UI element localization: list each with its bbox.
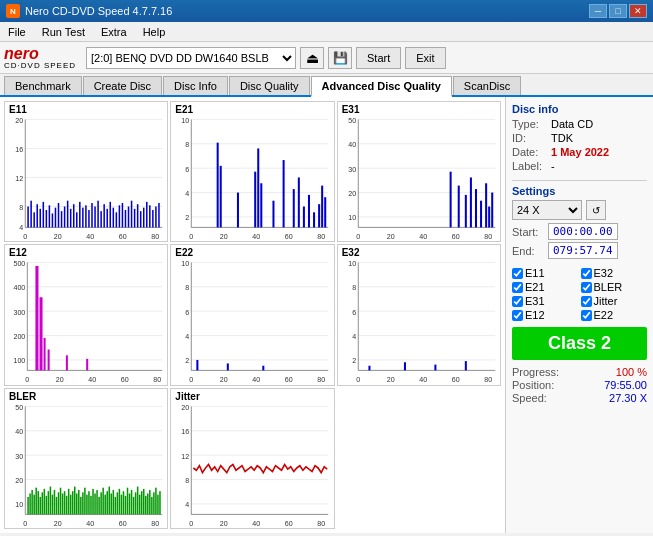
svg-rect-25 [52, 213, 54, 227]
svg-text:40: 40 [86, 518, 94, 528]
speed-row: 24 X ↺ [512, 200, 647, 220]
menu-extra[interactable]: Extra [97, 25, 131, 39]
tab-benchmark[interactable]: Benchmark [4, 76, 82, 95]
checkbox-bler-label: BLER [594, 281, 623, 293]
tab-scandisc[interactable]: ScanDisc [453, 76, 521, 95]
app-logo: nero CD·DVD SPEED [4, 46, 76, 70]
tab-disc-info[interactable]: Disc Info [163, 76, 228, 95]
svg-rect-84 [261, 183, 263, 227]
tabs: Benchmark Create Disc Disc Info Disc Qua… [0, 74, 653, 97]
chart-e32: E32 10 8 6 4 2 0 20 40 60 80 [337, 244, 501, 385]
svg-text:60: 60 [285, 375, 293, 385]
svg-rect-260 [135, 492, 137, 514]
svg-rect-273 [171, 389, 333, 528]
checkbox-e32-input[interactable] [581, 268, 592, 279]
disc-id-row: ID: TDK [512, 132, 647, 144]
svg-rect-232 [78, 490, 80, 514]
chart-e21-title: E21 [175, 104, 193, 115]
svg-text:16: 16 [15, 144, 23, 154]
svg-rect-211 [35, 487, 37, 514]
charts-area: E11 20 16 12 8 4 0 20 40 60 [0, 97, 505, 533]
svg-text:0: 0 [23, 232, 27, 242]
svg-rect-140 [35, 266, 38, 370]
chart-bler-title: BLER [9, 391, 36, 402]
speed-select[interactable]: 24 X [512, 200, 582, 220]
menu-help[interactable]: Help [139, 25, 170, 39]
menu-run-test[interactable]: Run Test [38, 25, 89, 39]
checkbox-e11[interactable]: E11 [512, 267, 579, 279]
menu-file[interactable]: File [4, 25, 30, 39]
svg-rect-238 [90, 495, 92, 514]
svg-rect-141 [39, 298, 42, 371]
svg-text:8: 8 [186, 140, 190, 150]
svg-rect-255 [125, 495, 127, 514]
svg-rect-36 [85, 205, 87, 227]
checkbox-e31-input[interactable] [512, 296, 523, 307]
svg-text:40: 40 [88, 375, 96, 385]
svg-rect-165 [227, 364, 229, 371]
checkbox-bler-input[interactable] [581, 282, 592, 293]
tab-create-disc[interactable]: Create Disc [83, 76, 162, 95]
checkbox-e22[interactable]: E22 [581, 309, 648, 321]
svg-rect-20 [36, 204, 38, 227]
checkbox-bler[interactable]: BLER [581, 281, 648, 293]
svg-rect-268 [151, 497, 153, 514]
checkbox-e22-input[interactable] [581, 310, 592, 321]
disc-info-title: Disc info [512, 103, 647, 115]
svg-rect-35 [82, 208, 84, 228]
save-button[interactable]: 💾 [328, 47, 352, 69]
svg-rect-252 [119, 489, 121, 515]
checkbox-e31[interactable]: E31 [512, 295, 579, 307]
logo-subtext: CD·DVD SPEED [4, 62, 76, 70]
close-button[interactable]: ✕ [629, 4, 647, 18]
svg-rect-22 [43, 202, 45, 228]
eject-button[interactable]: ⏏ [300, 47, 324, 69]
refresh-button[interactable]: ↺ [586, 200, 606, 220]
svg-rect-237 [88, 491, 90, 514]
start-button[interactable]: Start [356, 47, 401, 69]
menu-bar: File Run Test Extra Help [0, 22, 653, 42]
svg-text:20: 20 [182, 402, 190, 412]
svg-rect-18 [30, 201, 32, 228]
svg-text:60: 60 [121, 375, 129, 385]
svg-rect-115 [464, 195, 466, 228]
svg-rect-82 [255, 172, 257, 228]
svg-rect-230 [74, 486, 76, 514]
checkbox-e21-input[interactable] [512, 282, 523, 293]
minimize-button[interactable]: ─ [589, 4, 607, 18]
svg-rect-267 [149, 490, 151, 514]
label-label: Label: [512, 160, 547, 172]
checkbox-jitter-input[interactable] [581, 296, 592, 307]
svg-rect-239 [92, 489, 94, 515]
speed-row-progress: Speed: 27.30 X [512, 392, 647, 404]
svg-rect-31 [70, 209, 72, 228]
checkbox-jitter-label: Jitter [594, 295, 618, 307]
svg-rect-219 [52, 494, 54, 514]
svg-text:20: 20 [386, 375, 394, 385]
drive-select[interactable]: [2:0] BENQ DVD DD DW1640 BSLB [86, 47, 296, 69]
svg-rect-254 [123, 491, 125, 514]
svg-text:8: 8 [186, 475, 190, 485]
checkbox-e11-input[interactable] [512, 268, 523, 279]
svg-rect-21 [39, 209, 41, 228]
svg-text:60: 60 [119, 518, 127, 528]
checkbox-jitter[interactable]: Jitter [581, 295, 648, 307]
chart-e22: E22 10 8 6 4 2 0 20 40 60 80 [170, 244, 334, 385]
checkbox-e12-input[interactable] [512, 310, 523, 321]
exit-button[interactable]: Exit [405, 47, 445, 69]
id-value: TDK [551, 132, 573, 144]
svg-rect-44 [109, 202, 111, 228]
svg-text:4: 4 [19, 222, 24, 232]
checkbox-e12[interactable]: E12 [512, 309, 579, 321]
svg-text:40: 40 [419, 232, 427, 242]
progress-section: Progress: 100 % Position: 79:55.00 Speed… [512, 366, 647, 404]
checkbox-e32[interactable]: E32 [581, 267, 648, 279]
tab-advanced-disc-quality[interactable]: Advanced Disc Quality [311, 76, 452, 97]
tab-disc-quality[interactable]: Disc Quality [229, 76, 310, 95]
svg-rect-30 [67, 201, 69, 228]
checkbox-e21[interactable]: E21 [512, 281, 579, 293]
svg-text:400: 400 [13, 283, 25, 293]
svg-text:300: 300 [13, 308, 25, 318]
maximize-button[interactable]: □ [609, 4, 627, 18]
disc-date-row: Date: 1 May 2022 [512, 146, 647, 158]
